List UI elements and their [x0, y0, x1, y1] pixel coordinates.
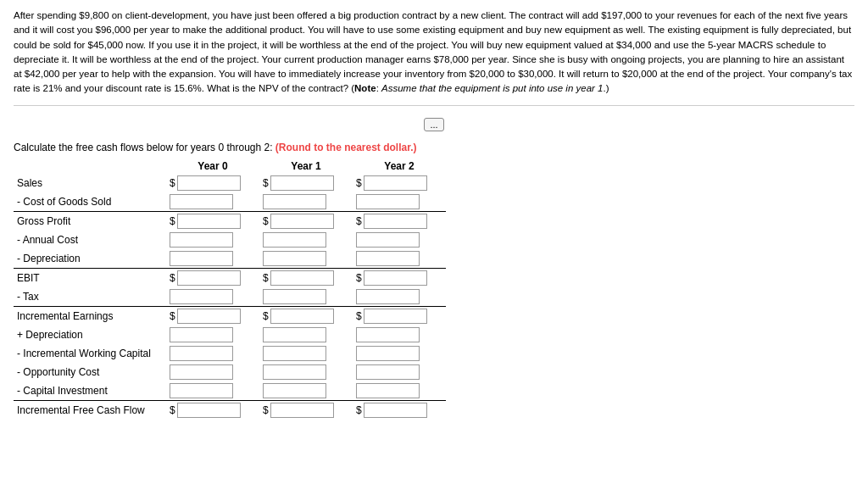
cogs-year2-empty [356, 194, 420, 209]
inc-earn-year1-input[interactable] [270, 309, 334, 324]
ellipsis-button[interactable]: ... [424, 118, 443, 131]
table-row: - Cost of Goods Sold [14, 192, 446, 212]
row-tax-year2 [353, 287, 446, 307]
dollar-sign: $ [170, 404, 175, 416]
table-row: - Tax [14, 287, 446, 307]
ebit-year2-input[interactable] [364, 270, 427, 286]
row-inc-earn-year0: $ [166, 306, 259, 325]
ellipsis-row: ... [14, 113, 854, 136]
table-row: Incremental Free Cash Flow $ $ $ [14, 400, 446, 420]
capinv-year0-empty [170, 383, 233, 398]
row-sales-year2: $ [353, 174, 446, 192]
dollar-sign: $ [170, 177, 175, 189]
header-label-col [14, 159, 166, 174]
cogs-year1-empty [263, 194, 326, 209]
inc-earn-year0-input[interactable] [177, 309, 241, 324]
dep-year2-empty [356, 251, 420, 266]
row-capinv-label: - Capital Investment [14, 381, 166, 401]
table-row: Gross Profit $ $ $ [14, 211, 446, 231]
row-opp-year2 [353, 363, 446, 381]
row-annual-year0 [166, 231, 259, 249]
sales-year0-input[interactable] [177, 175, 241, 191]
sales-year2-input[interactable] [364, 175, 427, 191]
row-annual-year2 [353, 231, 446, 249]
row-tax-year0 [166, 287, 259, 307]
plus-dep-year1-empty [263, 327, 326, 342]
row-opp-year0 [166, 363, 259, 381]
row-gross-year0: $ [166, 211, 259, 231]
row-plus-dep-year2 [353, 325, 446, 344]
row-sales-label: Sales [14, 174, 166, 192]
sales-year1-input[interactable] [270, 175, 334, 191]
row-capinv-year0 [166, 381, 259, 401]
dollar-sign: $ [263, 215, 269, 227]
gross-year1-input[interactable] [270, 214, 334, 229]
row-iwc-year2 [353, 344, 446, 363]
dollar-sign: $ [263, 272, 269, 284]
header-year1: Year 1 [259, 159, 353, 174]
dollar-sign: $ [356, 215, 362, 227]
cash-flow-table: Year 0 Year 1 Year 2 Sales $ $ $ [14, 159, 446, 420]
row-cogs-label: - Cost of Goods Sold [14, 192, 166, 212]
row-tax-label: - Tax [14, 287, 166, 307]
ifcf-year1-input[interactable] [270, 403, 334, 418]
table-row: EBIT $ $ $ [14, 268, 446, 287]
row-capinv-year2 [353, 381, 446, 401]
gross-year2-input[interactable] [364, 214, 427, 229]
row-inc-earn-year1: $ [259, 306, 353, 325]
row-plus-dep-label: + Depreciation [14, 325, 166, 344]
dollar-sign: $ [263, 177, 269, 189]
row-dep-year0 [166, 249, 259, 269]
plus-dep-year2-empty [356, 327, 420, 342]
row-plus-dep-year1 [259, 325, 353, 344]
capinv-year2-empty [356, 383, 420, 398]
ifcf-year0-input[interactable] [177, 403, 241, 418]
iwc-year2-empty [356, 346, 420, 361]
row-cogs-year0 [166, 192, 259, 212]
iwc-year1-empty [263, 346, 326, 361]
row-opp-label: - Opportunity Cost [14, 363, 166, 381]
opp-year2-empty [356, 364, 420, 380]
row-iwc-year0 [166, 344, 259, 363]
row-sales-year1: $ [259, 174, 353, 192]
row-ifcf-year1: $ [259, 400, 353, 420]
row-gross-year1: $ [259, 211, 353, 231]
row-inc-earn-label: Incremental Earnings [14, 306, 166, 325]
row-annual-year1 [259, 231, 353, 249]
note-label: Note [354, 83, 376, 93]
instructions-text: Calculate the free cash flows below for … [14, 142, 273, 153]
iwc-year0-empty [170, 346, 233, 361]
note-italic: Assume that the equipment is put into us… [381, 83, 603, 93]
gross-year0-input[interactable] [177, 214, 241, 229]
dep-year0-empty [170, 251, 233, 266]
dollar-sign: $ [356, 310, 362, 322]
tax-year0-empty [170, 289, 233, 304]
row-cogs-year2 [353, 192, 446, 212]
row-ifcf-year2: $ [353, 400, 446, 420]
instructions: Calculate the free cash flows below for … [14, 142, 854, 153]
opp-year1-empty [263, 364, 326, 380]
row-annual-label: - Annual Cost [14, 231, 166, 249]
row-inc-earn-year2: $ [353, 306, 446, 325]
annual-year1-empty [263, 232, 326, 248]
dollar-sign: $ [263, 310, 269, 322]
table-row: - Depreciation [14, 249, 446, 269]
tax-year2-empty [356, 289, 420, 304]
capinv-year1-empty [263, 383, 326, 398]
row-gross-label: Gross Profit [14, 211, 166, 231]
row-opp-year1 [259, 363, 353, 381]
inc-earn-year2-input[interactable] [364, 309, 427, 324]
ebit-year0-input[interactable] [177, 270, 241, 286]
dollar-sign: $ [263, 404, 269, 416]
header-year2: Year 2 [353, 159, 446, 174]
dollar-sign: $ [170, 310, 175, 322]
instructions-highlight: (Round to the nearest dollar.) [275, 142, 417, 153]
row-tax-year1 [259, 287, 353, 307]
ebit-year1-input[interactable] [270, 270, 334, 286]
row-dep-year2 [353, 249, 446, 269]
dep-year1-empty [263, 251, 326, 266]
dollar-sign: $ [356, 177, 362, 189]
ifcf-year2-input[interactable] [364, 403, 427, 418]
row-gross-year2: $ [353, 211, 446, 231]
plus-dep-year0-empty [170, 327, 233, 342]
